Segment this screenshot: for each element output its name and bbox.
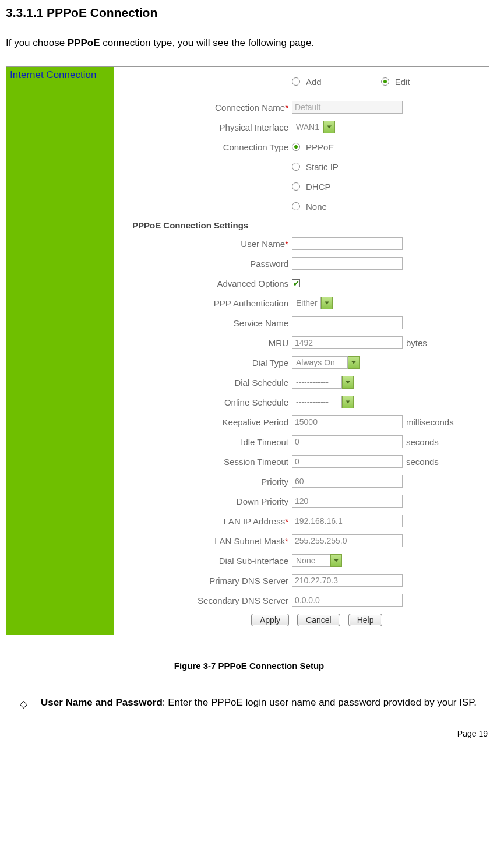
online-schedule-label: Online Schedule <box>119 397 292 407</box>
secondary-dns-label: Secondary DNS Server <box>119 596 292 605</box>
intro-pre: If you choose <box>6 37 68 48</box>
connection-name-label: Connection Name <box>215 103 285 112</box>
physical-interface-label: Physical Interface <box>119 122 292 132</box>
ppp-auth-value: Either <box>292 297 321 309</box>
online-schedule-select[interactable]: ------------ <box>292 396 354 408</box>
conn-type-dhcp-radio[interactable] <box>292 182 300 191</box>
online-schedule-value: ------------ <box>292 396 342 408</box>
idle-timeout-input[interactable] <box>292 435 403 448</box>
description-text: User Name and Password: Enter the PPPoE … <box>41 692 492 713</box>
form-area: Add Edit Connection Name* Physical Inter… <box>114 67 489 635</box>
chevron-down-icon <box>321 297 333 309</box>
mru-label: MRU <box>119 338 292 348</box>
intro-text: If you choose PPPoE connection type, you… <box>6 37 492 49</box>
description-term: User Name and Password <box>41 697 163 708</box>
lan-ip-label: LAN IP Address <box>224 516 286 526</box>
down-priority-input[interactable] <box>292 495 403 508</box>
conn-type-dhcp-label: DHCP <box>304 182 331 192</box>
conn-type-pppoe-radio[interactable] <box>292 143 300 151</box>
description-body: : Enter the PPPoE login user name and pa… <box>163 697 477 708</box>
chevron-down-icon <box>323 121 335 133</box>
keepalive-unit: milliseconds <box>406 417 454 427</box>
session-timeout-label: Session Timeout <box>119 457 292 467</box>
mru-input[interactable] <box>292 336 403 349</box>
dial-type-value: Always On <box>292 356 348 369</box>
connection-type-label: Connection Type <box>119 142 292 152</box>
mru-unit: bytes <box>406 338 427 348</box>
section-heading: 3.3.1.1 PPPoE Connection <box>6 6 492 20</box>
pppoe-section-title: PPPoE Connection Settings <box>119 216 483 234</box>
priority-input[interactable] <box>292 475 403 488</box>
password-input[interactable] <box>292 257 403 270</box>
ppp-auth-label: PPP Authentication <box>119 298 292 308</box>
sidebar-title: Internet Connection <box>10 69 96 81</box>
intro-bold: PPPoE <box>68 37 100 48</box>
priority-label: Priority <box>119 477 292 487</box>
down-priority-label: Down Priority <box>119 496 292 506</box>
conn-type-static-radio[interactable] <box>292 163 300 171</box>
page-number: Page 19 <box>6 729 492 738</box>
primary-dns-label: Primary DNS Server <box>119 576 292 586</box>
keepalive-label: Keepalive Period <box>119 417 292 427</box>
dial-type-select[interactable]: Always On <box>292 356 360 369</box>
intro-post: connection type, you will see the follow… <box>100 37 315 48</box>
add-radio[interactable] <box>292 77 300 86</box>
apply-button[interactable]: Apply <box>251 614 289 626</box>
dial-subif-label: Dial Sub-interface <box>119 556 292 566</box>
chevron-down-icon <box>342 376 354 389</box>
edit-label: Edit <box>393 77 410 87</box>
edit-radio[interactable] <box>381 77 389 86</box>
physical-interface-value: WAN1 <box>292 121 323 133</box>
dial-schedule-select[interactable]: ------------ <box>292 376 354 389</box>
dial-subif-value: None <box>292 554 330 567</box>
advanced-options-checkbox[interactable]: ✔ <box>292 279 300 287</box>
conn-type-none-label: None <box>304 202 327 212</box>
connection-name-input[interactable] <box>292 101 403 114</box>
idle-timeout-unit: seconds <box>406 437 439 447</box>
physical-interface-select[interactable]: WAN1 <box>292 121 335 133</box>
dial-schedule-value: ------------ <box>292 376 342 389</box>
dial-type-label: Dial Type <box>119 358 292 368</box>
conn-type-pppoe-label: PPPoE <box>304 142 334 152</box>
sidebar: Internet Connection <box>6 67 114 635</box>
dial-schedule-label: Dial Schedule <box>119 378 292 387</box>
service-name-label: Service Name <box>119 318 292 328</box>
advanced-options-label: Advanced Options <box>119 279 292 288</box>
lan-ip-input[interactable] <box>292 515 403 527</box>
screenshot-panel: Internet Connection Add Edit Connection … <box>6 66 489 635</box>
service-name-input[interactable] <box>292 316 403 329</box>
primary-dns-input[interactable] <box>292 574 403 587</box>
chevron-down-icon <box>342 396 354 408</box>
user-name-label: User Name <box>241 239 285 249</box>
password-label: Password <box>119 259 292 269</box>
conn-type-none-radio[interactable] <box>292 202 300 210</box>
conn-type-static-label: Static IP <box>304 162 339 172</box>
cancel-button[interactable]: Cancel <box>297 614 340 626</box>
user-name-input[interactable] <box>292 237 403 250</box>
idle-timeout-label: Idle Timeout <box>119 437 292 447</box>
ppp-auth-select[interactable]: Either <box>292 297 333 309</box>
session-timeout-unit: seconds <box>406 457 439 467</box>
bullet-icon: ◇ <box>6 692 41 715</box>
chevron-down-icon <box>330 554 342 567</box>
add-label: Add <box>304 77 322 87</box>
keepalive-input[interactable] <box>292 415 403 428</box>
session-timeout-input[interactable] <box>292 455 403 468</box>
description-item: ◇ User Name and Password: Enter the PPPo… <box>6 692 492 715</box>
chevron-down-icon <box>348 356 360 369</box>
help-button[interactable]: Help <box>348 614 383 626</box>
figure-caption: Figure 3-7 PPPoE Connection Setup <box>6 661 492 671</box>
dial-subif-select[interactable]: None <box>292 554 342 567</box>
lan-mask-label: LAN Subnet Mask <box>214 536 285 546</box>
secondary-dns-input[interactable] <box>292 594 403 607</box>
lan-mask-input[interactable] <box>292 534 403 547</box>
